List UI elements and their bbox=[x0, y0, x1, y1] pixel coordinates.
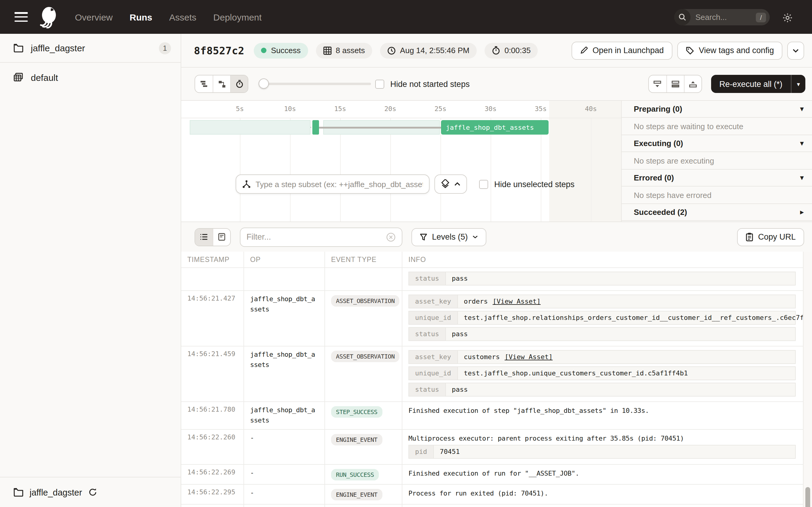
log-info: Process for run exited (pid: 70451). bbox=[402, 485, 803, 504]
log-op: jaffle_shop_dbt_assets bbox=[244, 402, 325, 429]
hide-unselected-checkbox[interactable] bbox=[479, 180, 488, 188]
hide-not-started-label: Hide not started steps bbox=[390, 79, 470, 89]
log-table: TIMESTAMP OP EVENT TYPE INFO status pass… bbox=[181, 252, 803, 507]
axis-tick: 15s bbox=[334, 105, 346, 113]
caret-down-icon: ▾ bbox=[800, 105, 804, 113]
folder-icon bbox=[13, 44, 23, 53]
log-toolbar: Levels (5) Copy URL bbox=[181, 222, 812, 252]
gear-icon[interactable] bbox=[782, 13, 793, 23]
step-bar-jaffle-shop-dbt-assets[interactable]: jaffle_shop_dbt_assets bbox=[441, 120, 549, 134]
layers-icon bbox=[441, 179, 450, 189]
sidebar-item-default-group[interactable]: default bbox=[0, 63, 181, 92]
log-info: Finished execution of step "jaffle_shop_… bbox=[402, 402, 803, 429]
gantt-toolbar: Hide not started steps Re-execute all (*… bbox=[181, 68, 812, 100]
col-event-type: EVENT TYPE bbox=[325, 252, 402, 267]
layers-button[interactable] bbox=[435, 174, 467, 194]
section-preparing[interactable]: Preparing (0) ▾ bbox=[622, 101, 812, 118]
log-structured-value: status pass bbox=[408, 272, 796, 285]
stopwatch-icon bbox=[492, 46, 500, 55]
section-preparing-body: No steps are waiting to execute bbox=[622, 118, 812, 135]
nav-assets[interactable]: Assets bbox=[169, 12, 196, 22]
log-timestamp: 14:56:22.295 bbox=[181, 485, 244, 504]
view-tags-config-button[interactable]: View tags and config bbox=[677, 41, 782, 59]
step-subset-input[interactable] bbox=[256, 180, 423, 188]
col-op: OP bbox=[244, 252, 325, 267]
reexecute-dropdown-caret[interactable]: ▾ bbox=[791, 75, 805, 93]
nav-overview[interactable]: Overview bbox=[75, 12, 113, 22]
global-search[interactable]: Search... / bbox=[674, 9, 770, 25]
dagster-run-page: Overview Runs Assets Deployment Search..… bbox=[0, 0, 812, 507]
chevron-up-icon bbox=[454, 182, 460, 186]
open-launchpad-button[interactable]: Open in Launchpad bbox=[571, 41, 672, 59]
log-row[interactable]: 14:56:22.269 - RUN_SUCCESS Finished exec… bbox=[181, 465, 803, 485]
axis-tick: 25s bbox=[435, 105, 447, 113]
log-row[interactable]: 14:56:21.459 jaffle_shop_dbt_assets ASSE… bbox=[181, 346, 803, 402]
refresh-icon[interactable] bbox=[88, 488, 97, 497]
log-row[interactable]: 14:56:21.427 jaffle_shop_dbt_assets ASSE… bbox=[181, 291, 803, 346]
timing-view-icon[interactable] bbox=[230, 75, 248, 92]
axis-tick: 40s bbox=[585, 105, 597, 113]
chevron-down-icon bbox=[793, 49, 799, 52]
run-header: 8f8527c2 Success 8 assets Aug 14, 2:55:4… bbox=[181, 34, 812, 68]
nav-runs[interactable]: Runs bbox=[130, 12, 152, 22]
log-row[interactable]: 14:56:22.260 - ENGINE_EVENT Multiprocess… bbox=[181, 430, 803, 465]
assets-badge[interactable]: 8 assets bbox=[316, 43, 372, 58]
caret-right-icon: ▸ bbox=[800, 208, 804, 216]
structured-view-icon[interactable] bbox=[213, 228, 230, 245]
panel-split-icon[interactable] bbox=[666, 75, 683, 92]
gantt-chart-section: 5s 10s 15s 20s 25s 30s 35s 40s bbox=[181, 100, 812, 222]
log-row[interactable]: status pass bbox=[181, 268, 803, 291]
log-timestamp: 14:56:21.427 bbox=[181, 291, 244, 346]
success-dot-icon bbox=[261, 48, 267, 53]
hamburger-menu-icon[interactable] bbox=[14, 12, 28, 22]
axis-tick: 30s bbox=[485, 105, 497, 113]
log-op: - bbox=[244, 430, 325, 464]
log-event-type: ENGINE_EVENT bbox=[325, 485, 402, 504]
nav-deployment[interactable]: Deployment bbox=[213, 12, 262, 22]
group-label: default bbox=[31, 72, 171, 82]
caret-down-icon: ▾ bbox=[797, 80, 800, 87]
waiting-span-bar bbox=[190, 120, 311, 134]
log-row-empty bbox=[181, 505, 803, 507]
levels-dropdown[interactable]: Levels (5) bbox=[411, 228, 487, 246]
hide-not-started-row: Hide not started steps bbox=[375, 79, 470, 89]
hide-unselected-row: Hide unselected steps bbox=[479, 180, 574, 188]
sidebar: jaffle_dagster 1 default jaffle_dagster bbox=[0, 34, 181, 507]
search-shortcut-key: / bbox=[756, 12, 766, 22]
section-errored[interactable]: Errored (0) ▾ bbox=[622, 170, 812, 186]
log-timestamp bbox=[181, 268, 244, 290]
step-marker-bar[interactable] bbox=[312, 120, 319, 134]
log-timestamp: 14:56:22.269 bbox=[181, 465, 244, 484]
view-asset-link[interactable]: [View Asset] bbox=[493, 297, 541, 305]
reexecute-all-button[interactable]: Re-execute all (*) ▾ bbox=[711, 75, 805, 93]
run-header-more-button[interactable] bbox=[787, 41, 804, 59]
log-row[interactable]: 14:56:22.295 - ENGINE_EVENT Process for … bbox=[181, 485, 803, 505]
col-info: INFO bbox=[402, 252, 803, 267]
log-event-type: RUN_SUCCESS bbox=[325, 465, 402, 484]
log-op: jaffle_shop_dbt_assets bbox=[244, 346, 325, 401]
log-scrollbar[interactable] bbox=[803, 252, 812, 507]
dagster-logo-icon[interactable] bbox=[38, 5, 59, 29]
log-filter-input[interactable] bbox=[247, 232, 386, 241]
view-asset-link[interactable]: [View Asset] bbox=[504, 353, 553, 361]
sidebar-item-workspace[interactable]: jaffle_dagster 1 bbox=[0, 34, 181, 63]
waterfall-view-icon[interactable] bbox=[213, 75, 230, 92]
asset-group-icon bbox=[13, 72, 23, 82]
workspace-count-badge: 1 bbox=[159, 42, 171, 54]
list-view-icon[interactable] bbox=[195, 228, 213, 245]
section-executing[interactable]: Executing (0) ▾ bbox=[622, 135, 812, 152]
slider-handle[interactable] bbox=[259, 78, 269, 89]
flat-view-icon[interactable] bbox=[195, 75, 213, 92]
section-succeeded[interactable]: Succeeded (2) ▸ bbox=[622, 204, 812, 221]
scrollbar-thumb[interactable] bbox=[805, 487, 810, 507]
clear-filter-icon[interactable] bbox=[386, 232, 396, 242]
gantt-zoom-slider[interactable] bbox=[260, 83, 371, 85]
panel-bottom-icon[interactable] bbox=[649, 75, 666, 92]
hide-not-started-checkbox[interactable] bbox=[375, 79, 384, 89]
sidebar-footer: jaffle_dagster bbox=[0, 477, 181, 507]
log-structured-value: status pass bbox=[408, 327, 796, 341]
log-row[interactable]: 14:56:21.780 jaffle_shop_dbt_assets STEP… bbox=[181, 402, 803, 430]
copy-url-button[interactable]: Copy URL bbox=[737, 228, 804, 246]
panel-top-icon[interactable] bbox=[683, 75, 701, 92]
log-info: Finished execution of run for "__ASSET_J… bbox=[402, 465, 803, 484]
